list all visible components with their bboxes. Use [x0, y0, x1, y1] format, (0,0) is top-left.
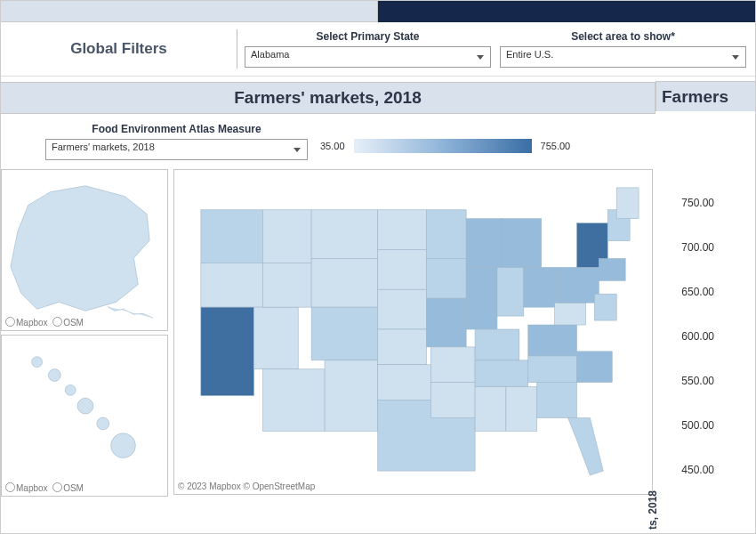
copyright-icon: [5, 482, 15, 492]
svg-rect-41: [559, 267, 599, 303]
measure-select[interactable]: Farmers' markets, 2018: [45, 139, 308, 160]
tick: 600.00: [681, 330, 714, 343]
alaska-pane[interactable]: Mapbox OSM: [1, 169, 168, 331]
app-frame: Global Filters Select Primary State Alab…: [0, 0, 756, 534]
alaska-map: [2, 170, 167, 328]
svg-rect-17: [378, 210, 427, 250]
svg-rect-15: [311, 307, 378, 360]
legend-gradient: [354, 139, 532, 153]
ak-attrib: Mapbox OSM: [5, 316, 84, 328]
us-map: [174, 170, 652, 492]
svg-rect-30: [497, 267, 524, 316]
svg-point-1: [48, 369, 60, 382]
svg-rect-44: [616, 188, 639, 219]
right-title: Farmers: [662, 87, 728, 107]
svg-rect-27: [430, 383, 475, 418]
svg-rect-9: [253, 307, 298, 369]
svg-rect-39: [528, 325, 577, 356]
main-title: Farmers' markets, 2018: [234, 88, 422, 108]
svg-rect-8: [201, 307, 254, 395]
svg-rect-10: [262, 210, 311, 263]
hawaii-pane[interactable]: Mapbox OSM: [1, 335, 168, 497]
svg-rect-38: [528, 356, 577, 383]
svg-rect-45: [599, 258, 625, 280]
copyright-icon: [5, 317, 15, 327]
svg-rect-32: [524, 267, 559, 307]
area-filter: Select area to show* Entire U.S.: [500, 30, 755, 68]
global-filters-heading: Global Filters: [1, 40, 237, 58]
body-row: Food Environment Atlas Measure Farmers' …: [1, 117, 755, 497]
color-legend: 35.00 755.00: [320, 139, 570, 153]
svg-rect-29: [466, 267, 497, 329]
right-axis-pane: 750.00 700.00 650.00 600.00 550.00 500.0…: [655, 111, 755, 530]
svg-rect-37: [537, 383, 577, 418]
area-value: Entire U.S.: [506, 49, 553, 60]
divider: [237, 29, 237, 69]
svg-rect-21: [378, 365, 431, 400]
tick: 450.00: [681, 464, 714, 476]
main-title-band: Farmers' markets, 2018: [1, 82, 655, 114]
svg-rect-14: [311, 258, 378, 307]
legend-max: 755.00: [541, 141, 571, 151]
legend-min: 35.00: [320, 141, 345, 151]
area-label: Select area to show*: [500, 30, 746, 43]
svg-rect-24: [426, 258, 466, 298]
right-panel-cut: Farmers: [655, 81, 755, 113]
svg-rect-19: [378, 289, 427, 329]
us-attrib: © 2023 Mapbox © OpenStreetMap: [178, 481, 315, 491]
measure-row: Food Environment Atlas Measure Farmers' …: [1, 117, 655, 169]
primary-state-label: Select Primary State: [245, 30, 491, 43]
tab-left[interactable]: [1, 1, 378, 22]
primary-state-select[interactable]: Alabama: [245, 46, 491, 68]
hi-mapbox: Mapbox: [16, 483, 48, 493]
right-title-band: Farmers: [655, 81, 755, 113]
tick: 650.00: [681, 286, 714, 298]
hi-osm: OSM: [63, 483, 84, 493]
svg-point-4: [97, 417, 109, 430]
global-filter-row: Global Filters Select Primary State Alab…: [1, 22, 755, 77]
continental-us-pane[interactable]: © 2023 Mapbox © OpenStreetMap: [173, 169, 653, 495]
measure-block: Food Environment Atlas Measure Farmers' …: [45, 123, 308, 160]
svg-rect-47: [576, 352, 612, 383]
measure-label: Food Environment Atlas Measure: [45, 123, 308, 135]
hi-attrib: Mapbox OSM: [5, 481, 84, 493]
svg-rect-28: [466, 219, 502, 268]
svg-point-3: [77, 398, 93, 414]
svg-rect-16: [325, 360, 378, 432]
inset-column: Mapbox OSM Mapbox OSM: [1, 169, 168, 497]
ak-osm: OSM: [63, 318, 84, 328]
right-axis: 750.00 700.00 650.00 600.00 550.00 500.0…: [655, 111, 755, 530]
svg-rect-18: [378, 249, 427, 289]
main-column: Food Environment Atlas Measure Farmers' …: [1, 117, 655, 497]
tick: 500.00: [681, 419, 714, 432]
svg-rect-12: [262, 369, 325, 432]
area-select[interactable]: Entire U.S.: [500, 46, 746, 68]
copyright-icon: [52, 482, 62, 492]
svg-rect-36: [506, 387, 537, 432]
svg-point-2: [65, 384, 76, 395]
svg-rect-6: [201, 210, 263, 263]
tab-right[interactable]: [378, 1, 755, 22]
map-row: Mapbox OSM Mapbox OSM: [1, 169, 655, 497]
copyright-icon: [52, 317, 62, 327]
ak-mapbox: Mapbox: [16, 318, 48, 328]
svg-point-5: [111, 433, 136, 458]
svg-rect-35: [475, 387, 506, 432]
tick: 750.00: [681, 197, 714, 209]
svg-rect-46: [594, 294, 616, 320]
svg-rect-20: [378, 329, 427, 365]
svg-rect-33: [475, 329, 519, 360]
tick: 700.00: [681, 241, 714, 254]
svg-rect-11: [262, 263, 311, 307]
svg-rect-13: [311, 210, 378, 259]
svg-rect-26: [430, 347, 475, 383]
svg-rect-7: [201, 263, 263, 307]
svg-rect-25: [426, 298, 466, 347]
primary-state-filter: Select Primary State Alabama: [245, 30, 500, 68]
svg-rect-40: [555, 303, 586, 325]
top-tabs: [1, 1, 755, 22]
svg-rect-31: [502, 219, 542, 268]
measure-value: Farmers' markets, 2018: [52, 142, 155, 152]
primary-state-value: Alabama: [251, 49, 289, 60]
right-axis-label: ts, 2018: [647, 490, 659, 530]
